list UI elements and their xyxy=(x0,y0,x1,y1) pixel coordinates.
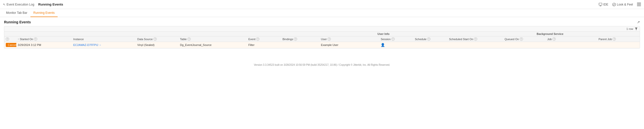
group-header-row: User Info Background Service xyxy=(4,32,640,36)
svg-rect-0 xyxy=(599,3,602,5)
hamburger-line-2 xyxy=(637,4,641,5)
look-feel-button[interactable]: Look & Feel xyxy=(612,3,633,6)
top-bar-title: Running Events xyxy=(38,3,63,6)
col-started-header: ↕ Started On ? xyxy=(16,36,72,42)
section-header: Running Events ↗ xyxy=(4,20,640,24)
row-session-cell: 👤 xyxy=(379,42,413,48)
row-started-cell: 3/29/2024 3:12 PM xyxy=(16,42,72,48)
filter-icon[interactable] xyxy=(635,27,638,30)
row-queued-cell xyxy=(503,42,546,48)
top-bar-left: ↖ Event Execution Log Running Events xyxy=(3,3,63,6)
help-icon-started[interactable]: ? xyxy=(34,37,37,41)
col-job-header: Job ? xyxy=(546,36,597,42)
tab-monitor-label: Monitor Tab Bar xyxy=(6,11,27,15)
sub-nav: Monitor Tab Bar Running Events xyxy=(0,9,644,17)
back-link-label: Event Execution Log xyxy=(7,3,34,6)
tab-running-label: Running Events xyxy=(33,11,55,15)
help-icon-table[interactable]: ? xyxy=(187,37,191,41)
row-datasource-cell: Vinyl (Sealed) xyxy=(136,42,179,48)
row-job-cell xyxy=(546,42,597,48)
tab-running[interactable]: Running Events xyxy=(30,9,58,17)
top-bar: ↖ Event Execution Log Running Events IDE… xyxy=(0,0,644,9)
user-info-group-header: User Info xyxy=(319,32,448,36)
row-cancel-cell: Cancel xyxy=(4,42,16,48)
col-event-header: Event ? xyxy=(247,36,281,42)
help-icon-schedule[interactable]: ? xyxy=(427,37,430,41)
col-session-header: Session ? xyxy=(379,36,413,42)
sort-icon: ↕ xyxy=(18,38,19,40)
ide-label: IDE xyxy=(603,3,608,6)
row-instance-cell: EC2AMAZ-D7FFPIJ → xyxy=(72,42,136,48)
queued-group xyxy=(448,32,503,36)
row-event-cell: Filter xyxy=(247,42,281,48)
col-help-header: ? xyxy=(4,36,16,42)
monitor-icon xyxy=(599,3,602,6)
help-icon-header[interactable]: ? xyxy=(6,37,9,41)
svg-marker-4 xyxy=(635,28,637,30)
top-bar-right: IDE Look & Feel xyxy=(599,3,641,7)
footer: Version 3.3.34523 built on 3/28/2024 10:… xyxy=(0,61,644,68)
help-icon-sched-start[interactable]: ? xyxy=(474,37,477,41)
col-parent-job-header: Parent Job ? xyxy=(597,36,640,42)
col-header-row: ? ↕ Started On ? Instance xyxy=(4,36,640,42)
footer-text: Version 3.3.34523 built on 3/28/2024 10:… xyxy=(254,63,390,66)
back-link[interactable]: ↖ Event Execution Log xyxy=(3,3,34,6)
col-instance-header: Instance xyxy=(72,36,136,42)
back-arrow-icon: ↖ xyxy=(3,3,6,6)
row-bindings-cell xyxy=(281,42,319,48)
tab-monitor[interactable]: Monitor Tab Bar xyxy=(3,9,30,17)
row-table-cell: Dg_EventJournal_Source xyxy=(179,42,247,48)
parent-job-group xyxy=(597,32,640,36)
col-datasource-header: Data Source ? xyxy=(136,36,179,42)
row-count-bar: 1 row xyxy=(4,26,640,32)
row-user-cell: Example User xyxy=(319,42,379,48)
expand-icon[interactable]: ↗ xyxy=(637,20,640,24)
help-icon-user[interactable]: ? xyxy=(328,37,331,41)
menu-button[interactable] xyxy=(637,3,641,7)
row-sched-start-cell xyxy=(448,42,503,48)
table-row: Cancel 3/29/2024 3:12 PM EC2AMAZ-D7FFPIJ… xyxy=(4,42,640,48)
data-table: User Info Background Service ? xyxy=(4,32,640,48)
instance-link[interactable]: EC2AMAZ-D7FFPIJ → xyxy=(73,43,134,46)
svg-point-3 xyxy=(613,3,616,6)
col-bindings-header: Bindings ? xyxy=(281,36,319,42)
col-table-header: Table ? xyxy=(179,36,247,42)
content-area: Running Events ↗ 1 row xyxy=(0,17,644,51)
section-title: Running Events xyxy=(4,20,31,24)
empty-group xyxy=(4,32,319,36)
help-icon-queued[interactable]: ? xyxy=(520,37,523,41)
col-queued-header: Queued On ? xyxy=(503,36,546,42)
background-service-group-header: Background Service xyxy=(503,32,597,36)
cancel-button[interactable]: Cancel xyxy=(6,43,16,47)
table-wrapper: 1 row xyxy=(4,26,640,48)
arrow-right-icon: → xyxy=(99,43,101,46)
row-parent-job-cell xyxy=(597,42,640,48)
help-icon-event[interactable]: ? xyxy=(256,37,259,41)
help-icon-datasource[interactable]: ? xyxy=(153,37,157,41)
col-schedule-header: Schedule ? xyxy=(413,36,448,42)
hamburger-line-3 xyxy=(637,6,641,6)
row-count-label: 1 row xyxy=(626,27,633,30)
help-icon-bindings[interactable]: ? xyxy=(294,37,297,41)
col-sched-start-header: Scheduled Start On ? xyxy=(448,36,503,42)
col-user-header: User ? xyxy=(319,36,379,42)
help-icon-job[interactable]: ? xyxy=(552,37,556,41)
row-schedule-cell xyxy=(413,42,448,48)
ide-button[interactable]: IDE xyxy=(599,3,608,6)
help-icon-session[interactable]: ? xyxy=(391,37,395,41)
look-feel-label: Look & Feel xyxy=(617,3,633,6)
help-icon-parent-job[interactable]: ? xyxy=(613,37,616,41)
hamburger-line-1 xyxy=(637,3,641,3)
session-user-icon: 👤 xyxy=(381,43,385,47)
checkmark-icon xyxy=(612,3,616,6)
